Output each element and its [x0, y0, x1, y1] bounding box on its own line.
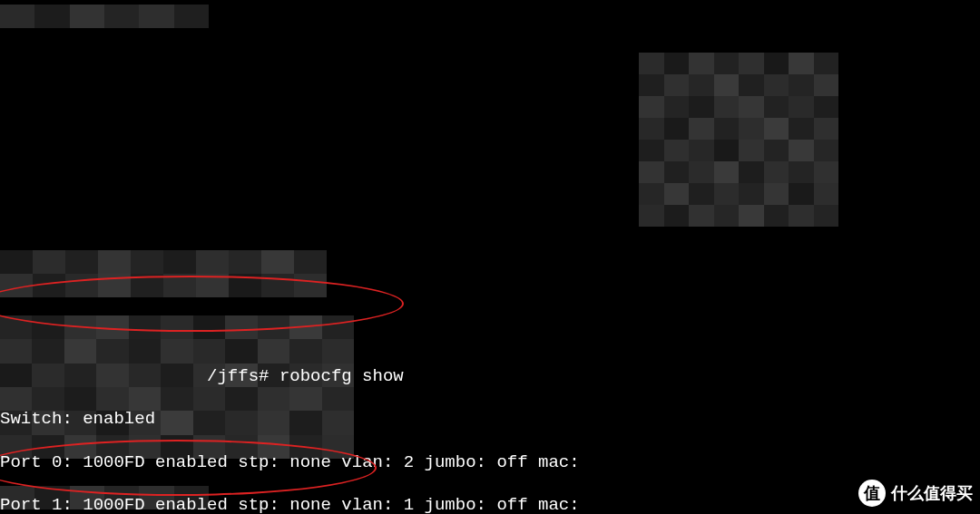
switch-status: Switch: enabled — [0, 409, 980, 431]
annotation-ellipse-vlan51 — [0, 276, 404, 332]
port-row: Port 0: 1000FD enabled stp: none vlan: 2… — [0, 452, 980, 474]
watermark-text: 什么值得买 — [891, 483, 973, 504]
command-text: robocfg show — [279, 366, 404, 386]
watermark: 值 什么值得买 — [858, 480, 973, 507]
censored-mac-region — [639, 53, 838, 227]
censored-prompt-region — [0, 5, 209, 28]
watermark-badge-icon: 值 — [858, 480, 886, 507]
censored-vlan-region-1 — [0, 250, 327, 297]
prompt-line[interactable]: /jffs# robocfg show — [0, 366, 980, 388]
port-row: Port 1: 1000FD enabled stp: none vlan: 1… — [0, 495, 980, 514]
prompt-path: /jffs# — [207, 366, 269, 386]
terminal-output: /jffs# robocfg show Switch: enabled Port… — [0, 344, 980, 514]
